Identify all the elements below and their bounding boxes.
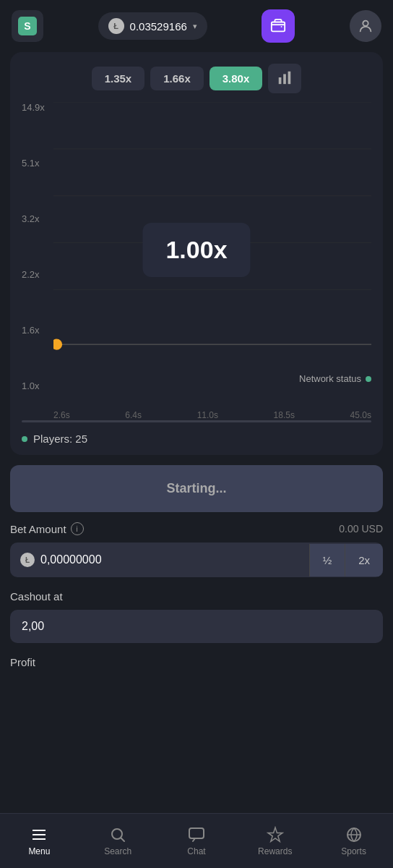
svg-rect-12 xyxy=(33,830,46,831)
cashout-section: Cashout at xyxy=(0,590,393,643)
y-axis: 14.9x 5.1x 3.2x 2.2x 1.6x 1.0x xyxy=(22,102,53,391)
nav-item-menu[interactable]: Menu xyxy=(0,820,79,862)
network-status-dot xyxy=(366,376,371,382)
bar-chart-icon xyxy=(277,69,293,85)
rewards-icon xyxy=(267,826,284,843)
svg-rect-17 xyxy=(189,828,204,838)
y-label-4: 2.2x xyxy=(22,269,53,280)
double-label: 2x xyxy=(358,554,370,566)
nav-item-search[interactable]: Search xyxy=(79,820,157,862)
menu-icon xyxy=(30,826,48,843)
info-icon[interactable]: i xyxy=(71,522,84,535)
profit-label: Profit xyxy=(10,656,383,668)
cashout-label: Cashout at xyxy=(10,590,383,603)
chart-view-button[interactable] xyxy=(268,64,301,93)
tab-135x[interactable]: 1.35x xyxy=(92,67,145,90)
x-label-1: 2.6s xyxy=(53,410,70,420)
bet-amount-input[interactable] xyxy=(40,553,299,566)
nav-item-chat[interactable]: Chat xyxy=(157,820,236,862)
bet-header: Bet Amount i 0.00 USD xyxy=(10,522,383,535)
y-label-3: 3.2x xyxy=(22,213,53,224)
x-label-3: 11.0s xyxy=(197,410,218,420)
cashout-input[interactable] xyxy=(22,620,371,633)
balance-button[interactable]: Ł 0.03529166 ▾ xyxy=(98,12,207,40)
logo-icon: S xyxy=(18,17,37,35)
chevron-down-icon: ▾ xyxy=(193,22,197,31)
bottom-nav: Menu Search Chat Rewards Sports xyxy=(0,813,393,868)
svg-rect-14 xyxy=(33,838,46,840)
svg-rect-4 xyxy=(288,72,291,84)
x-label-4: 18.5s xyxy=(274,410,295,420)
sports-icon xyxy=(345,826,363,843)
logo-button[interactable]: S xyxy=(12,10,43,42)
wallet-icon xyxy=(270,18,286,34)
avatar-icon xyxy=(358,18,373,34)
network-status-label: Network status xyxy=(299,373,361,384)
ltc-icon: Ł xyxy=(108,18,124,34)
x-label-2: 6.4s xyxy=(125,410,142,420)
multiplier-value: 1.00x xyxy=(165,236,227,263)
svg-rect-0 xyxy=(272,22,285,32)
start-button-label: Starting... xyxy=(166,481,226,495)
players-row: Players: 25 xyxy=(10,422,383,455)
chat-icon xyxy=(188,826,205,843)
players-count-label: Players: 25 xyxy=(33,433,87,445)
wallet-button[interactable] xyxy=(262,9,295,43)
svg-rect-3 xyxy=(283,74,286,84)
y-label-5: 1.6x xyxy=(22,325,53,336)
nav-label-rewards: Rewards xyxy=(258,846,292,856)
half-label: ½ xyxy=(323,554,332,566)
nav-label-menu: Menu xyxy=(28,846,50,856)
bet-label-text: Bet Amount xyxy=(10,523,66,535)
header: S Ł 0.03529166 ▾ xyxy=(0,0,393,52)
half-button[interactable]: ½ xyxy=(309,544,345,576)
start-button[interactable]: Starting... xyxy=(10,465,383,512)
balance-value: 0.03529166 xyxy=(130,20,187,33)
multiplier-tabs: 1.35x 1.66x 3.80x xyxy=(10,52,383,102)
svg-line-16 xyxy=(121,838,125,841)
main-card: 1.35x 1.66x 3.80x 14.9x 5.1x 3.2x 2.2x 1… xyxy=(10,52,383,455)
nav-label-sports: Sports xyxy=(341,846,366,856)
x-axis: 2.6s 6.4s 11.0s 18.5s 45.0s xyxy=(53,394,371,420)
network-status: Network status xyxy=(299,373,371,384)
nav-item-sports[interactable]: Sports xyxy=(314,820,393,862)
y-label-6: 1.0x xyxy=(22,380,53,391)
cashout-input-row[interactable] xyxy=(10,610,383,643)
x-label-5: 45.0s xyxy=(350,410,371,420)
players-status-dot xyxy=(22,436,27,442)
bet-input-row: Ł ½ 2x xyxy=(10,542,383,577)
svg-point-1 xyxy=(363,21,368,26)
profit-section: Profit xyxy=(0,656,393,683)
bet-section: Bet Amount i 0.00 USD Ł ½ 2x xyxy=(0,522,393,577)
bet-usd-value: 0.00 USD xyxy=(339,523,383,535)
bet-label: Bet Amount i xyxy=(10,522,84,535)
y-label-2: 5.1x xyxy=(22,158,53,169)
nav-label-search: Search xyxy=(104,846,131,856)
current-multiplier-display: 1.00x xyxy=(142,223,250,277)
y-label-1: 14.9x xyxy=(22,102,53,113)
svg-point-11 xyxy=(53,339,62,350)
avatar-button[interactable] xyxy=(350,10,381,42)
nav-label-chat: Chat xyxy=(187,846,205,856)
nav-item-rewards[interactable]: Rewards xyxy=(236,820,314,862)
bet-input-inner: Ł xyxy=(10,542,309,577)
svg-rect-13 xyxy=(33,834,46,835)
tab-166x[interactable]: 1.66x xyxy=(150,67,204,90)
double-button[interactable]: 2x xyxy=(345,544,383,576)
search-icon xyxy=(109,826,126,843)
chart-area: 14.9x 5.1x 3.2x 2.2x 1.6x 1.0x xyxy=(10,102,383,420)
svg-rect-2 xyxy=(279,77,282,84)
bet-ltc-icon: Ł xyxy=(20,553,35,567)
tab-380x[interactable]: 3.80x xyxy=(210,67,263,90)
